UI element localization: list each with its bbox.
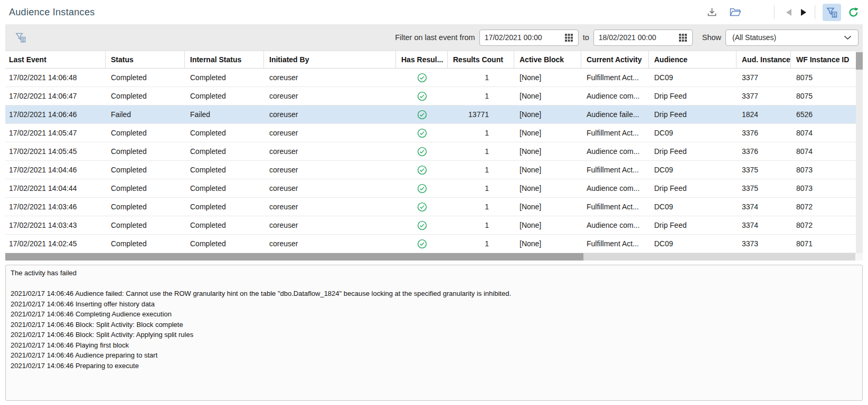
calendar-grid-icon[interactable] <box>565 33 573 42</box>
cell-active-block: [None] <box>514 216 581 234</box>
cell-initiated-by: coreuser <box>264 216 396 234</box>
cell-status: Failed <box>106 105 185 123</box>
filter-settings-button[interactable] <box>13 30 28 45</box>
cell-active-block: [None] <box>514 87 581 105</box>
vertical-scrollbar[interactable] <box>856 51 863 253</box>
cell-audience: Drip Feed <box>649 105 737 123</box>
log-line: 2021/02/17 14:06:46 Block: Split Activit… <box>11 330 857 340</box>
download-icon <box>706 7 718 18</box>
column-header-audience[interactable]: Audience <box>649 51 737 68</box>
cell-has-results <box>396 216 448 234</box>
horizontal-scrollbar-thumb[interactable] <box>5 253 583 261</box>
cell-internal-status: Failed <box>185 105 264 123</box>
check-circle-icon <box>417 91 427 101</box>
table-row[interactable]: 17/02/2021 14:06:48 Completed Completed … <box>5 69 856 87</box>
column-header-initiated-by[interactable]: Initiated By <box>264 51 396 68</box>
page-title: Audience Instances <box>9 7 95 18</box>
title-bar: Audience Instances <box>0 0 868 24</box>
cell-active-block: [None] <box>514 179 581 197</box>
cell-current-activity: Fulfillment Act... <box>581 69 649 86</box>
prev-page-button[interactable] <box>783 6 795 18</box>
log-lines: 2021/02/17 14:06:46 Audience failed: Can… <box>11 288 857 371</box>
table-row[interactable]: 17/02/2021 14:02:45 Completed Completed … <box>5 235 856 253</box>
date-to-input[interactable] <box>599 33 676 42</box>
cell-last-event: 17/02/2021 14:05:47 <box>5 124 106 142</box>
column-header-active-block[interactable]: Active Block <box>514 51 581 68</box>
cell-aud-instance: 3375 <box>737 161 791 179</box>
cell-active-block: [None] <box>514 198 581 216</box>
toggle-filter-button[interactable] <box>823 4 841 21</box>
cell-wf-instance-id: 8074 <box>791 142 856 160</box>
cell-initiated-by: coreuser <box>264 142 396 160</box>
cell-results-count: 1 <box>448 124 514 142</box>
cell-status: Completed <box>106 216 185 234</box>
date-to-field[interactable] <box>593 30 693 46</box>
export-button[interactable] <box>705 5 719 20</box>
scrollbar-corner <box>855 253 863 261</box>
status-filter-select[interactable]: (All Statuses) <box>725 30 858 46</box>
cell-status: Completed <box>106 198 185 216</box>
filter-controls: Filter on last event from to <box>395 30 858 46</box>
cell-audience: Drip Feed <box>649 142 737 160</box>
calendar-grid-icon[interactable] <box>679 33 687 42</box>
cell-last-event: 17/02/2021 14:04:46 <box>5 161 106 179</box>
table-row[interactable]: 17/02/2021 14:06:47 Completed Completed … <box>5 87 856 105</box>
table-row[interactable]: 17/02/2021 14:03:43 Completed Completed … <box>5 216 856 235</box>
cell-status: Completed <box>106 124 185 142</box>
cell-results-count: 13771 <box>448 105 514 123</box>
to-label: to <box>583 33 589 42</box>
column-header-wf-instance-id[interactable]: WF Instance ID <box>791 51 856 68</box>
date-from-field[interactable] <box>479 30 579 46</box>
cell-aud-instance: 3374 <box>737 216 791 234</box>
cell-has-results <box>396 87 448 105</box>
table-row[interactable]: 17/02/2021 14:06:46 Failed Failed coreus… <box>5 105 856 124</box>
table-row[interactable]: 17/02/2021 14:05:45 Completed Completed … <box>5 142 856 161</box>
cell-last-event: 17/02/2021 14:06:48 <box>5 69 106 86</box>
cell-has-results <box>396 198 448 216</box>
cell-aud-instance: 3373 <box>737 235 791 253</box>
horizontal-scrollbar[interactable] <box>5 253 863 261</box>
column-header-current-activity[interactable]: Current Activity <box>581 51 649 68</box>
cell-has-results <box>396 124 448 142</box>
cell-wf-instance-id: 8072 <box>791 198 856 216</box>
column-header-last-event[interactable]: Last Event <box>5 51 106 68</box>
cell-last-event: 17/02/2021 14:02:45 <box>5 235 106 253</box>
cell-internal-status: Completed <box>185 142 264 160</box>
cell-results-count: 1 <box>448 142 514 160</box>
cell-aud-instance: 3377 <box>737 69 791 86</box>
table-row[interactable]: 17/02/2021 14:05:47 Completed Completed … <box>5 124 856 142</box>
cell-aud-instance: 3374 <box>737 198 791 216</box>
cell-last-event: 17/02/2021 14:03:43 <box>5 216 106 234</box>
cell-results-count: 1 <box>448 69 514 86</box>
column-header-status[interactable]: Status <box>106 51 185 68</box>
cell-status: Completed <box>106 179 185 197</box>
table-row[interactable]: 17/02/2021 14:04:46 Completed Completed … <box>5 161 856 179</box>
cell-last-event: 17/02/2021 14:03:46 <box>5 198 106 216</box>
cell-current-activity: Audience com... <box>581 179 649 197</box>
cell-wf-instance-id: 8075 <box>791 69 856 86</box>
column-header-internal-status[interactable]: Internal Status <box>185 51 264 68</box>
vertical-scrollbar-thumb[interactable] <box>856 52 863 70</box>
log-line: 2021/02/17 14:06:46 Block: Split Activit… <box>11 320 857 330</box>
cell-status: Completed <box>106 142 185 160</box>
table-row[interactable]: 17/02/2021 14:04:44 Completed Completed … <box>5 179 856 198</box>
grid-header-row: Last Event Status Internal Status Initia… <box>5 51 856 69</box>
cell-wf-instance-id: 8075 <box>791 87 856 105</box>
toolbar <box>705 4 861 21</box>
cell-current-activity: Audience com... <box>581 87 649 105</box>
column-header-results-count[interactable]: Results Count <box>448 51 514 68</box>
log-line: 2021/02/17 14:06:46 Completing Audience … <box>11 309 857 320</box>
date-from-input[interactable] <box>485 33 562 42</box>
cell-audience: Drip Feed <box>649 216 737 234</box>
cell-results-count: 1 <box>448 198 514 216</box>
cell-aud-instance: 3375 <box>737 179 791 197</box>
cell-audience: DC09 <box>649 198 737 216</box>
next-page-button[interactable] <box>797 6 809 18</box>
open-button[interactable] <box>728 5 743 19</box>
cell-results-count: 1 <box>448 161 514 179</box>
refresh-button[interactable] <box>846 5 861 20</box>
table-row[interactable]: 17/02/2021 14:03:46 Completed Completed … <box>5 198 856 216</box>
column-header-has-results[interactable]: Has Resul... <box>396 51 448 68</box>
cell-status: Completed <box>106 235 185 253</box>
column-header-aud-instance[interactable]: Aud. Instance... <box>737 51 791 68</box>
